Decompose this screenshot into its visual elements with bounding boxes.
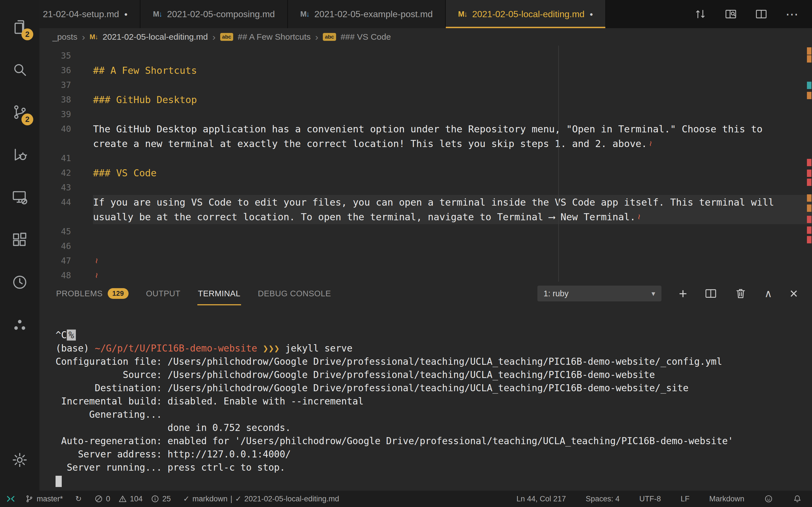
terminal-cursor-line — [56, 474, 812, 489]
tab-label: 21-02-04-setup.md — [43, 9, 119, 19]
tab-2021-02-04-setup[interactable]: 21-02-04-setup.md ● — [40, 0, 140, 28]
editor-line[interactable]: 48~ — [40, 268, 812, 282]
breadcrumb-file[interactable]: 2021-02-05-local-editing.md — [103, 32, 208, 42]
editor-line[interactable]: 42### VS Code — [40, 166, 812, 180]
editor-line[interactable]: 41 — [40, 151, 812, 166]
terminal-shell-select[interactable]: 1: ruby ▾ — [538, 286, 661, 301]
status-bar: master* ↻ 0 104 25 ✓ markdown | ✓ 2021-0… — [0, 491, 812, 507]
settings-gear-icon[interactable] — [0, 439, 40, 481]
eol-status[interactable]: LF — [680, 495, 690, 503]
panel-tab-output[interactable]: OUTPUT — [146, 282, 181, 305]
sync-changes-icon[interactable]: ↻ — [75, 494, 82, 503]
editor-line[interactable]: 47~ — [40, 253, 812, 268]
editor-line[interactable]: 35 — [40, 48, 812, 63]
maximize-panel-icon[interactable]: ∧ — [764, 287, 772, 300]
search-icon[interactable] — [0, 48, 40, 91]
language-mode-status[interactable]: Markdown — [709, 495, 744, 503]
breadcrumb-folder[interactable]: _posts — [52, 32, 77, 42]
check-icon: ✓ — [183, 494, 190, 503]
split-editor-icon[interactable] — [755, 8, 767, 20]
git-branch-status[interactable]: master* — [25, 494, 63, 503]
vscode-window: 2 2 — [0, 0, 812, 507]
editor-line[interactable]: 46 — [40, 239, 812, 253]
tab-2021-02-05-composing[interactable]: M↓ 2021-02-05-composing.md — [140, 0, 288, 28]
editor-line[interactable]: 39 — [40, 107, 812, 122]
line-text: ### VS Code — [93, 166, 156, 180]
problems-status[interactable]: 0 104 25 — [94, 494, 171, 503]
line-text: ## A Few Shortcuts — [93, 63, 197, 78]
terminal[interactable]: ^C% (base) ~/G/p/t/U/PIC16B-demo-website… — [40, 305, 812, 491]
markdown-icon: M↓ — [153, 10, 162, 18]
overview-ruler-mark — [807, 170, 811, 177]
panel-tab-debug-console[interactable]: DEBUG CONSOLE — [257, 282, 332, 305]
notifications-bell-icon[interactable] — [793, 494, 802, 503]
new-terminal-icon[interactable]: + — [679, 286, 687, 300]
open-changes-icon[interactable] — [694, 8, 707, 20]
breadcrumb: _posts › M↓ 2021-02-05-local-editing.md … — [40, 28, 812, 46]
editor-line-current[interactable]: usually be at the correct location. To o… — [40, 210, 812, 224]
branch-name: master* — [37, 495, 63, 503]
terminal-line: Server running... press ctrl-c to stop. — [56, 461, 812, 474]
encoding-status[interactable]: UTF-8 — [639, 495, 661, 503]
line-number — [40, 210, 93, 224]
source-control-icon[interactable]: 2 — [0, 91, 40, 133]
overview-ruler-mark — [807, 47, 811, 55]
split-terminal-icon[interactable] — [705, 287, 717, 300]
editor-line[interactable]: 43 — [40, 180, 812, 195]
prompt-path: ~/G/p/t/U/PIC16B-demo-website — [95, 343, 257, 354]
overview-ruler[interactable] — [806, 46, 812, 282]
line-number: 42 — [40, 166, 93, 180]
indentation-status[interactable]: Spaces: 4 — [586, 495, 619, 503]
overview-ruler-mark — [807, 216, 811, 223]
overview-ruler-mark — [807, 226, 811, 234]
more-actions-icon[interactable]: ⋯ — [785, 8, 799, 20]
feedback-icon[interactable] — [764, 494, 773, 503]
editor-line[interactable]: 40The GitHub Desktop application has a c… — [40, 122, 812, 136]
check-icon: ✓ — [235, 494, 242, 503]
run-debug-icon[interactable] — [0, 133, 40, 176]
explorer-icon[interactable]: 2 — [0, 6, 40, 48]
kill-terminal-trash-icon[interactable] — [734, 287, 747, 300]
editor-actions: ⋯ — [681, 0, 812, 28]
line-text: ### GitHub Desktop — [93, 93, 197, 107]
tab-2021-02-05-local-editing[interactable]: M↓ 2021-02-05-local-editing.md ● — [446, 0, 606, 28]
explorer-badge: 2 — [21, 29, 33, 40]
editor-line[interactable]: 37 — [40, 78, 812, 93]
remote-indicator-icon[interactable] — [0, 494, 21, 504]
line-number: 47 — [40, 253, 93, 268]
editor-line[interactable]: create a new terminal at exactly the cor… — [40, 136, 812, 151]
panel-tab-label: PROBLEMS — [56, 289, 103, 298]
open-preview-icon[interactable] — [725, 8, 737, 20]
extensions-icon[interactable] — [0, 218, 40, 261]
line-number: 38 — [40, 93, 93, 107]
editor-line[interactable]: 36## A Few Shortcuts — [40, 63, 812, 78]
editor[interactable]: 35 36## A Few Shortcuts 37 38### GitHub … — [40, 46, 812, 282]
timeline-clock-icon[interactable] — [0, 261, 40, 303]
tab-2021-02-05-example-post[interactable]: M↓ 2021-02-05-example-post.md — [288, 0, 446, 28]
overview-ruler-mark — [807, 205, 811, 212]
info-count: 25 — [162, 495, 171, 503]
line-number: 45 — [40, 224, 93, 239]
overview-ruler-mark — [807, 179, 811, 186]
chevron-right-icon: › — [82, 32, 85, 43]
editor-line[interactable]: 45 — [40, 224, 812, 239]
breadcrumb-subsection[interactable]: ### VS Code — [341, 32, 391, 42]
breadcrumb-section[interactable]: ## A Few Shortcuts — [238, 32, 310, 42]
markdownlint-status[interactable]: ✓ markdown | ✓ 2021-02-05-local-editing.… — [183, 494, 339, 503]
line-number: 35 — [40, 48, 93, 63]
editor-line-current[interactable]: 44If you are using VS Code to edit your … — [40, 195, 812, 210]
problems-count-badge: 129 — [108, 288, 129, 299]
editor-line[interactable]: 38### GitHub Desktop — [40, 93, 812, 107]
overview-ruler-mark — [807, 194, 811, 202]
panel-tab-problems[interactable]: PROBLEMS 129 — [56, 282, 129, 305]
line-number: 43 — [40, 180, 93, 195]
panel-tab-label: DEBUG CONSOLE — [258, 289, 331, 298]
accounts-icon[interactable] — [0, 303, 40, 346]
remote-explorer-icon[interactable] — [0, 176, 40, 218]
panel-tab-terminal[interactable]: TERMINAL — [197, 282, 241, 305]
panel-header: PROBLEMS 129 OUTPUT TERMINAL DEBUG CONSO… — [40, 282, 812, 305]
cursor-position-status[interactable]: Ln 44, Col 217 — [516, 495, 566, 503]
terminal-line: Configuration file: /Users/philchodrow/G… — [56, 355, 812, 368]
close-panel-icon[interactable]: × — [790, 286, 798, 300]
terminal-line: ^C% — [56, 328, 812, 342]
